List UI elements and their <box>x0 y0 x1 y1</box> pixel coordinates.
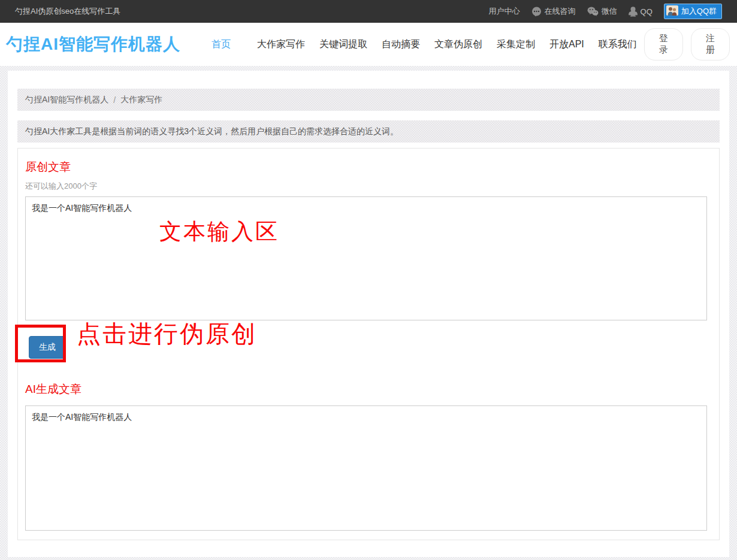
nav-item-writer[interactable]: 大作家写作 <box>250 35 312 55</box>
user-center-label: 用户中心 <box>489 6 520 17</box>
site-logo[interactable]: 勺捏AI智能写作机器人 <box>6 33 180 56</box>
chat-bubble-icon <box>531 7 542 17</box>
join-qq-group-button[interactable]: 加入QQ群 <box>664 4 722 19</box>
online-support-label: 在线咨询 <box>545 6 576 17</box>
wechat-icon <box>587 7 599 16</box>
main-container: 勺捏AI智能写作机器人 / 大作家写作 勺捏AI大作家工具是根据当前词的语义寻找… <box>8 71 729 557</box>
online-support-link[interactable]: 在线咨询 <box>531 6 576 17</box>
qq-link[interactable]: QQ <box>629 7 653 17</box>
nav-item-collect-custom[interactable]: 采集定制 <box>490 35 542 55</box>
breadcrumb: 勺捏AI智能写作机器人 / 大作家写作 <box>17 89 720 111</box>
nav-item-auto-summary[interactable]: 自动摘要 <box>374 35 427 55</box>
register-button[interactable]: 注册 <box>691 28 730 60</box>
login-button[interactable]: 登录 <box>644 28 683 60</box>
nav-item-open-api[interactable]: 开放API <box>542 35 591 55</box>
qq-penguin-icon <box>629 7 638 17</box>
auth-buttons: 登录 注册 <box>644 28 730 60</box>
user-center-link[interactable]: 用户中心 <box>489 6 520 17</box>
breadcrumb-separator: / <box>113 95 116 105</box>
wechat-label: 微信 <box>602 6 617 17</box>
writer-panel: 原创文章 还可以输入2000个字 我是一个AI智能写作机器人 生成 AI生成文章… <box>17 148 720 540</box>
page: { "topbar": { "site_title": "勺捏AI伪原创seo在… <box>0 0 737 560</box>
wechat-link[interactable]: 微信 <box>587 6 617 17</box>
join-qq-group-label: 加入QQ群 <box>681 6 717 17</box>
generate-button[interactable]: 生成 <box>29 336 66 359</box>
tool-notice: 勺捏AI大作家工具是根据当前词的语义寻找3个近义词，然后用户根据自己的需求选择合… <box>17 120 720 143</box>
topbar-links: 用户中心 在线咨询 微信 QQ 加入QQ群 <box>489 4 722 19</box>
nav-item-home[interactable]: 首页 <box>204 35 238 55</box>
qq-label: QQ <box>641 7 653 16</box>
nav-item-keyword-extract[interactable]: 关键词提取 <box>312 35 374 55</box>
site-header: 勺捏AI智能写作机器人 首页 大作家写作 关键词提取 自动摘要 文章伪原创 采集… <box>0 23 737 66</box>
char-counter-hint: 还可以输入2000个字 <box>25 181 712 191</box>
original-article-textarea[interactable]: 我是一个AI智能写作机器人 <box>25 196 707 320</box>
main-nav: 首页 大作家写作 关键词提取 自动摘要 文章伪原创 采集定制 开放API 联系我… <box>204 35 644 55</box>
ai-result-title: AI生成文章 <box>25 383 712 396</box>
nav-item-pseudo-original[interactable]: 文章伪原创 <box>427 35 490 55</box>
breadcrumb-root-link[interactable]: 勺捏AI智能写作机器人 <box>25 95 108 105</box>
qq-group-avatars-icon <box>666 5 678 17</box>
breadcrumb-current: 大作家写作 <box>120 95 162 105</box>
ai-result-textarea[interactable]: 我是一个AI智能写作机器人 <box>25 405 707 531</box>
original-article-title: 原创文章 <box>25 161 712 174</box>
topbar: 勺捏AI伪原创seo在线写作工具 用户中心 在线咨询 微信 QQ 加入QQ群 <box>0 0 737 23</box>
nav-item-contact[interactable]: 联系我们 <box>591 35 644 55</box>
site-title: 勺捏AI伪原创seo在线写作工具 <box>15 6 120 17</box>
tool-notice-text: 勺捏AI大作家工具是根据当前词的语义寻找3个近义词，然后用户根据自己的需求选择合… <box>25 126 398 137</box>
